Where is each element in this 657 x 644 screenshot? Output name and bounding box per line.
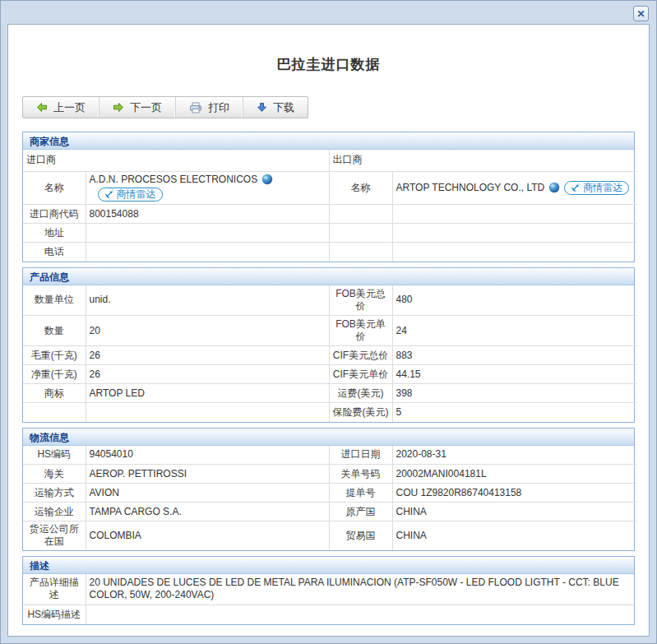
field-value: 480 (392, 285, 636, 316)
table-row: 净重(千克) 26 CIF美元单价 44.15 (23, 365, 636, 384)
table-row: 数量单位 unid. FOB美元总价 480 (23, 285, 636, 316)
field-label: 数量 (23, 316, 86, 346)
table-row: 毛重(千克) 26 CIF美元总价 883 (23, 346, 636, 365)
field-label: 贸易国 (329, 521, 392, 550)
table-row: 海关 AEROP. PETTIROSSI 关单号码 20002MANI00418… (23, 465, 636, 484)
field-value: 26 (86, 365, 329, 384)
description-table: 产品详细描述 20 UNIDADES DE LUCES DE LED DE ME… (23, 574, 634, 624)
section-product-info: 产品信息 数量单位 unid. FOB美元总价 480 数量 20 FOB美元单… (22, 267, 635, 423)
field-value: TAMPA CARGO S.A. (86, 503, 329, 521)
field-label: FOB美元单价 (329, 316, 392, 346)
table-row: 名称 A.D.N. PROCESOS ELECTRONICOS (23, 171, 636, 205)
arrow-right-icon (113, 102, 124, 113)
table-row: 数量 20 FOB美元单价 24 (23, 316, 636, 346)
field-label: 商标 (23, 384, 86, 403)
field-label: 电话 (23, 243, 86, 262)
radar-icon (104, 189, 114, 199)
prev-page-label: 上一页 (53, 100, 86, 115)
field-value: 94054010 (86, 446, 329, 465)
next-page-label: 下一页 (130, 100, 162, 115)
field-label: 数量单位 (23, 285, 86, 316)
field-value (86, 605, 634, 624)
table-row: 商标 ARTOP LED 运费(美元) 398 (23, 384, 636, 403)
field-value: 800154088 (86, 205, 329, 224)
radar-badge-label: 商情雷达 (117, 188, 156, 201)
section-logistics-info: 物流信息 HS编码 94054010 进口日期 2020-08-31 海关 AE… (22, 428, 635, 551)
table-row: 电话 (23, 243, 636, 262)
merchant-table: 进口商 出口商 名称 A.D.N. PROCESOS ELECTRONICOS (23, 150, 636, 262)
table-row: 进口商代码 800154088 (23, 205, 636, 224)
section-title: 产品信息 (23, 268, 634, 285)
field-value: 20 UNIDADES DE LUCES DE LED DE METAL PAR… (86, 574, 634, 605)
importer-name: A.D.N. PROCESOS ELECTRONICOS (90, 174, 258, 186)
close-button[interactable]: ✕ (633, 6, 649, 21)
field-label: 地址 (23, 224, 86, 243)
field-label: 关单号码 (329, 465, 392, 484)
field-value (86, 403, 329, 422)
exporter-group-header: 出口商 (329, 150, 636, 171)
section-title: 物流信息 (23, 429, 634, 446)
field-label: 运输企业 (23, 503, 86, 521)
field-value (392, 243, 636, 262)
field-value: 398 (392, 384, 636, 403)
printer-icon (189, 102, 202, 114)
next-page-button[interactable]: 下一页 (99, 97, 176, 118)
field-label (329, 205, 392, 224)
field-value: 20 (86, 316, 329, 346)
importer-group-header: 进口商 (23, 150, 329, 171)
field-value: unid. (86, 285, 329, 316)
globe-icon[interactable] (261, 174, 273, 185)
download-button[interactable]: 下载 (243, 97, 308, 118)
field-value (86, 224, 329, 243)
prev-page-button[interactable]: 上一页 (23, 97, 99, 118)
field-label: 货运公司所在国 (23, 521, 86, 550)
toolbar: 上一页 下一页 打印 下载 (22, 96, 308, 118)
dialog-panel: 巴拉圭进口数据 上一页 下一页 打印 (7, 24, 650, 637)
field-value: CHINA (392, 521, 636, 550)
field-value: AEROP. PETTIROSSI (86, 465, 329, 484)
field-label (329, 224, 392, 243)
table-row: 运输企业 TAMPA CARGO S.A. 原产国 CHINA (23, 503, 636, 521)
field-value (86, 243, 329, 262)
field-value: 24 (392, 316, 636, 346)
logistics-table: HS编码 94054010 进口日期 2020-08-31 海关 AEROP. … (23, 446, 636, 550)
product-table: 数量单位 unid. FOB美元总价 480 数量 20 FOB美元单价 24 … (23, 285, 636, 422)
field-label: 进口日期 (329, 446, 392, 465)
field-value: 5 (392, 403, 636, 422)
section-title: 商家信息 (23, 132, 634, 150)
print-label: 打印 (208, 100, 229, 115)
business-radar-badge[interactable]: 商情雷达 (564, 181, 629, 195)
page-title: 巴拉圭进口数据 (8, 55, 649, 74)
exporter-name: ARTOP TECHNOLOGY CO., LTD (396, 182, 545, 194)
download-label: 下载 (273, 100, 294, 115)
field-value: AVION (86, 484, 329, 503)
arrow-left-icon (36, 102, 48, 113)
field-value: 2020-08-31 (392, 446, 636, 465)
table-row: HS编码 94054010 进口日期 2020-08-31 (23, 446, 636, 465)
field-value: 44.15 (392, 365, 636, 384)
table-row: 产品详细描述 20 UNIDADES DE LUCES DE LED DE ME… (23, 574, 634, 605)
field-label: 运输方式 (23, 484, 86, 503)
business-radar-badge[interactable]: 商情雷达 (98, 188, 163, 202)
radar-badge-label: 商情雷达 (583, 182, 622, 194)
field-label: 名称 (329, 171, 392, 205)
field-label: CIF美元单价 (329, 365, 392, 384)
field-value: 26 (86, 346, 329, 365)
field-label: 海关 (23, 465, 86, 484)
field-label: 毛重(千克) (23, 346, 86, 365)
table-row: 保险费(美元) 5 (23, 403, 636, 422)
table-row: 运输方式 AVION 提单号 COU 1Z9820R86740413158 (23, 484, 636, 503)
field-label: 进口商代码 (23, 205, 86, 224)
print-button[interactable]: 打印 (176, 97, 243, 118)
field-label (23, 403, 86, 422)
globe-icon[interactable] (548, 182, 560, 193)
field-label: HS编码 (23, 446, 86, 465)
field-label: 提单号 (329, 484, 392, 503)
field-value: 883 (392, 346, 636, 365)
section-description: 描述 产品详细描述 20 UNIDADES DE LUCES DE LED DE… (22, 556, 635, 625)
table-row: 货运公司所在国 COLOMBIA 贸易国 CHINA (23, 521, 636, 550)
field-value (392, 205, 636, 224)
section-title: 描述 (23, 557, 634, 574)
field-label: CIF美元总价 (329, 346, 392, 365)
field-value: COU 1Z9820R86740413158 (392, 484, 636, 503)
